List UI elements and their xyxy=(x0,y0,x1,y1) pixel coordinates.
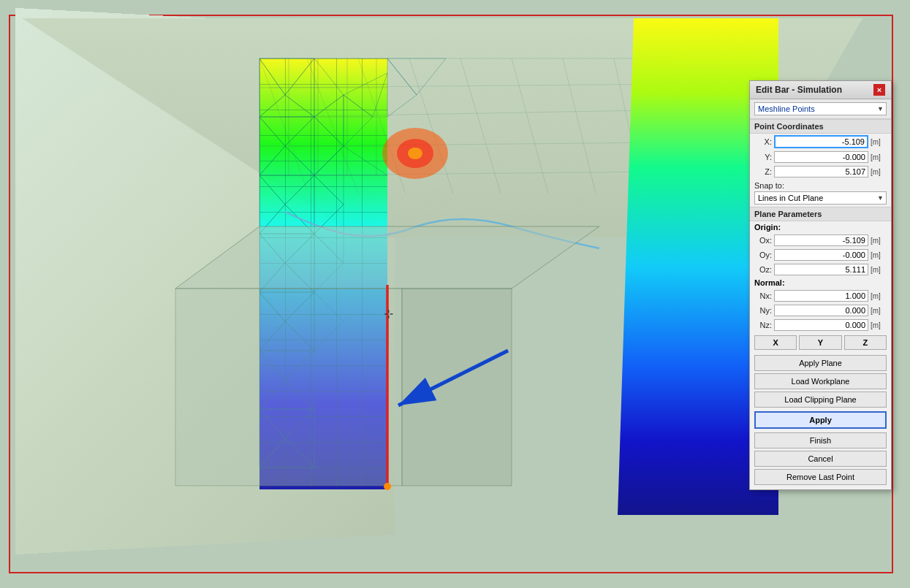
cancel-button[interactable]: Cancel xyxy=(754,451,887,467)
z-label: Z: xyxy=(754,167,772,176)
xyz-button-row: X Y Z xyxy=(750,332,891,353)
oz-input[interactable] xyxy=(774,264,868,275)
snap-dropdown-wrapper: Lines in Cut Plane ▼ xyxy=(754,191,887,205)
finish-button[interactable]: Finish xyxy=(754,432,887,448)
oy-unit: [m] xyxy=(871,251,887,259)
origin-label: Origin: xyxy=(750,221,891,233)
apply-plane-button[interactable]: Apply Plane xyxy=(754,355,887,371)
edit-bar-panel: Edit Bar - Simulation × Meshline Points … xyxy=(749,80,892,490)
x-input[interactable] xyxy=(774,135,868,148)
field-row-ny: Ny: [m] xyxy=(750,303,891,318)
field-row-x: X: [m] xyxy=(750,134,891,150)
snap-to-section: Snap to: Lines in Cut Plane ▼ xyxy=(750,179,891,207)
apply-button[interactable]: Apply xyxy=(754,411,887,429)
nx-input[interactable] xyxy=(774,290,868,302)
meshline-dropdown[interactable]: Meshline Points xyxy=(754,102,887,115)
nz-unit: [m] xyxy=(871,321,887,329)
svg-line-72 xyxy=(398,351,508,405)
field-row-nx: Nx: [m] xyxy=(750,289,891,303)
load-workplane-button[interactable]: Load Workplane xyxy=(754,373,887,389)
snap-to-label: Snap to: xyxy=(754,181,887,190)
load-clipping-plane-button[interactable]: Load Clipping Plane xyxy=(754,392,887,408)
field-row-nz: Nz: [m] xyxy=(750,318,891,332)
ox-input[interactable] xyxy=(774,234,868,246)
plane-parameters-header: Plane Parameters xyxy=(750,207,891,221)
nz-input[interactable] xyxy=(774,319,868,331)
oz-unit: [m] xyxy=(871,266,887,274)
svg-marker-67 xyxy=(402,289,512,486)
top-dropdown-row: Meshline Points ▼ xyxy=(750,99,891,119)
normal-label: Normal: xyxy=(750,277,891,289)
x-label: X: xyxy=(754,137,772,146)
nx-unit: [m] xyxy=(871,292,887,300)
field-row-y: Y: [m] xyxy=(750,150,891,164)
point-coordinates-header: Point Coordinates xyxy=(750,119,891,134)
ny-unit: [m] xyxy=(871,307,887,315)
oy-input[interactable] xyxy=(774,249,868,261)
ny-label: Ny: xyxy=(754,306,772,315)
panel-titlebar: Edit Bar - Simulation × xyxy=(750,81,891,99)
y-unit: [m] xyxy=(871,153,887,161)
x-unit: [m] xyxy=(871,138,887,146)
nz-label: Nz: xyxy=(754,321,772,329)
field-row-oz: Oz: [m] xyxy=(750,262,891,277)
nx-label: Nx: xyxy=(754,291,772,300)
panel-title: Edit Bar - Simulation xyxy=(756,85,842,95)
oz-label: Oz: xyxy=(754,265,772,274)
snap-to-dropdown[interactable]: Lines in Cut Plane xyxy=(754,191,887,205)
y-label: Y: xyxy=(754,153,772,161)
z-unit: [m] xyxy=(871,168,887,176)
field-row-ox: Ox: [m] xyxy=(750,233,891,248)
x-axis-button[interactable]: X xyxy=(754,335,797,350)
meshline-dropdown-wrapper: Meshline Points ▼ xyxy=(754,102,887,115)
oy-label: Oy: xyxy=(754,251,772,259)
y-input[interactable] xyxy=(774,151,868,163)
mesh-grid-overlay xyxy=(259,58,387,489)
field-row-z: Z: [m] xyxy=(750,164,891,179)
field-row-oy: Oy: [m] xyxy=(750,248,891,262)
ox-label: Ox: xyxy=(754,236,772,245)
ox-unit: [m] xyxy=(871,237,887,245)
remove-last-point-button[interactable]: Remove Last Point xyxy=(754,469,887,485)
y-axis-button[interactable]: Y xyxy=(799,335,841,350)
z-axis-button[interactable]: Z xyxy=(844,335,887,350)
ny-input[interactable] xyxy=(774,305,868,316)
close-button[interactable]: × xyxy=(873,84,885,96)
z-input[interactable] xyxy=(774,166,868,177)
